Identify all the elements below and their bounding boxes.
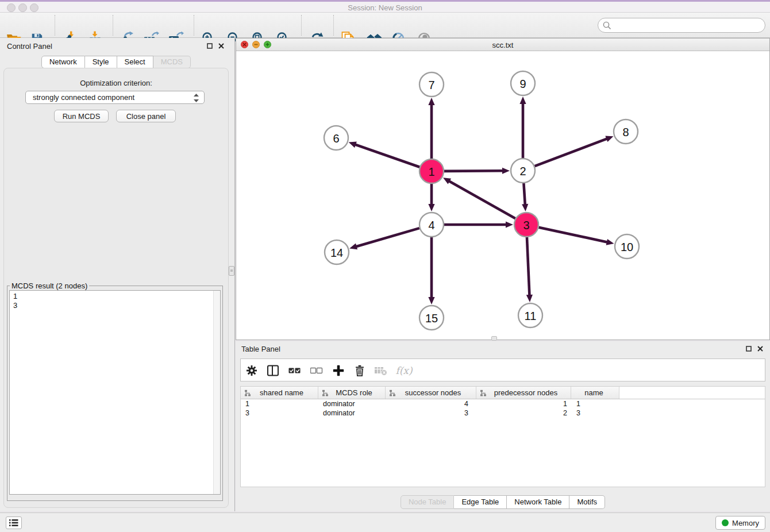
tab-style[interactable]: Style: [85, 56, 117, 68]
graph-edge-arrow-icon: [428, 204, 434, 211]
column-header-predecessor-nodes[interactable]: predecessor nodes: [476, 387, 571, 399]
delete-table-icon: [374, 364, 387, 377]
tree-icon: [244, 390, 251, 396]
graph-node-label: 2: [519, 165, 526, 178]
memory-button[interactable]: Memory: [715, 516, 765, 530]
graph-edge-1-2[interactable]: [444, 171, 503, 171]
toolbar-separator: [333, 15, 334, 36]
table-header: shared name MCDS role successor nodes pr…: [241, 387, 765, 399]
graph-node-label: 11: [525, 310, 537, 322]
app-titlebar: Session: New Session: [0, 0, 770, 13]
tab-network[interactable]: Network: [41, 56, 85, 68]
network-window-titlebar: scc.txt: [236, 38, 769, 51]
graph-edge-arrow-icon: [519, 97, 526, 104]
mcds-result-groupbox: MCDS result (2 nodes) 13: [7, 282, 223, 501]
table-cell[interactable]: 1: [476, 400, 571, 408]
search-field: [598, 18, 765, 33]
graph-node-label: 8: [622, 126, 629, 138]
graph-edge-arrow-icon: [428, 297, 434, 304]
tree-icon: [389, 390, 396, 396]
network-canvas[interactable]: 1234678910111415: [236, 51, 769, 340]
graph-edge-3-10[interactable]: [538, 228, 607, 242]
scrollbar[interactable]: [213, 291, 220, 494]
chevron-up-down-icon: [194, 94, 199, 102]
graph-node-label: 3: [523, 219, 529, 232]
graph-node-label: 9: [519, 78, 526, 90]
float-panel-icon[interactable]: [206, 42, 214, 50]
tab-network-table[interactable]: Network Table: [507, 495, 569, 509]
unselect-all-columns-icon[interactable]: [310, 364, 324, 377]
delete-column-icon[interactable]: [353, 364, 367, 377]
divider-grip[interactable]: [491, 336, 497, 341]
graph-edge-3-11[interactable]: [527, 237, 530, 296]
close-panel-icon[interactable]: [756, 345, 764, 353]
function-builder-icon: f(x): [394, 364, 414, 377]
run-mcds-button[interactable]: Run MCDS: [54, 110, 109, 122]
table-cell[interactable]: 3: [571, 409, 619, 417]
column-header-successor-nodes[interactable]: successor nodes: [386, 387, 476, 399]
list-icon: [9, 519, 18, 527]
column-header-mcds-role[interactable]: MCDS role: [318, 387, 386, 399]
control-panel-title: Control Panel: [7, 42, 52, 51]
tab-edge-table[interactable]: Edge Table: [454, 495, 507, 509]
app-title: Session: New Session: [0, 3, 770, 12]
table-panel-title: Table Panel: [241, 345, 280, 353]
graph-edge-4-14[interactable]: [356, 228, 419, 246]
table-panel: Table Panel: [236, 341, 770, 511]
add-column-icon[interactable]: [332, 364, 345, 377]
table-cell[interactable]: 1: [241, 400, 318, 408]
graph-edge-arrow-icon: [349, 244, 357, 250]
float-panel-icon[interactable]: [745, 345, 753, 353]
graph-node-label: 1: [428, 165, 434, 178]
criterion-value: strongly connected component: [33, 93, 134, 102]
table-cell[interactable]: dominator: [318, 400, 386, 408]
graph-edge-3-1[interactable]: [449, 181, 515, 219]
graph-node-label: 7: [428, 79, 434, 91]
graph-edge-1-6[interactable]: [355, 144, 419, 167]
close-panel-icon[interactable]: [217, 42, 225, 50]
graph-edge-arrow-icon: [502, 168, 510, 174]
table-body: 1dominator4113dominator323: [241, 399, 765, 418]
tab-select[interactable]: Select: [117, 56, 153, 68]
graph-edge-2-3[interactable]: [523, 183, 525, 205]
graph-node-label: 6: [333, 132, 339, 145]
gear-icon[interactable]: [245, 364, 259, 377]
mcds-result-textarea[interactable]: 13: [9, 290, 221, 495]
criterion-select[interactable]: strongly connected component: [25, 91, 205, 104]
network-window-title: scc.txt: [236, 41, 769, 49]
table-row[interactable]: 3dominator323: [241, 408, 765, 418]
search-input[interactable]: [598, 18, 765, 33]
table-row[interactable]: 1dominator411: [241, 399, 765, 408]
memory-label: Memory: [732, 519, 759, 527]
table-tabs: Node Table Edge Table Network Table Moti…: [236, 495, 770, 509]
close-panel-button[interactable]: Close panel: [116, 110, 176, 122]
select-all-columns-icon[interactable]: [288, 364, 302, 377]
table-cell[interactable]: 4: [386, 400, 476, 408]
column-header-shared-name[interactable]: shared name: [241, 387, 318, 399]
node-table: shared name MCDS role successor nodes pr…: [240, 386, 765, 487]
tree-icon: [480, 390, 487, 396]
task-history-button[interactable]: [6, 516, 22, 529]
optimization-criterion-label: Optimization criterion:: [0, 79, 232, 87]
graph-edge-arrow-icon: [526, 295, 533, 302]
table-cell[interactable]: 2: [476, 409, 571, 417]
graph-edge-arrow-icon: [349, 142, 357, 148]
table-cell[interactable]: 3: [241, 409, 318, 417]
mcds-result-line: 1: [13, 292, 220, 301]
column-header-name[interactable]: name: [571, 387, 619, 399]
graph-edge-arrow-icon: [506, 221, 513, 228]
divider-grip[interactable]: [229, 266, 234, 276]
column-layout-icon[interactable]: [266, 364, 280, 377]
graph-edge-2-8[interactable]: [535, 138, 608, 166]
table-cell[interactable]: 1: [571, 400, 619, 408]
table-cell[interactable]: 3: [386, 409, 476, 417]
panel-divider[interactable]: [234, 38, 235, 511]
tab-motifs[interactable]: Motifs: [569, 495, 605, 509]
table-cell[interactable]: dominator: [318, 409, 386, 417]
table-toolbar: f(x): [240, 358, 765, 381]
tab-node-table[interactable]: Node Table: [401, 495, 455, 509]
status-bar: Memory: [0, 512, 770, 532]
graph-edge-arrow-icon: [605, 136, 613, 142]
tab-mcds[interactable]: MCDS: [153, 56, 191, 68]
graph-edge-arrow-icon: [428, 98, 434, 105]
